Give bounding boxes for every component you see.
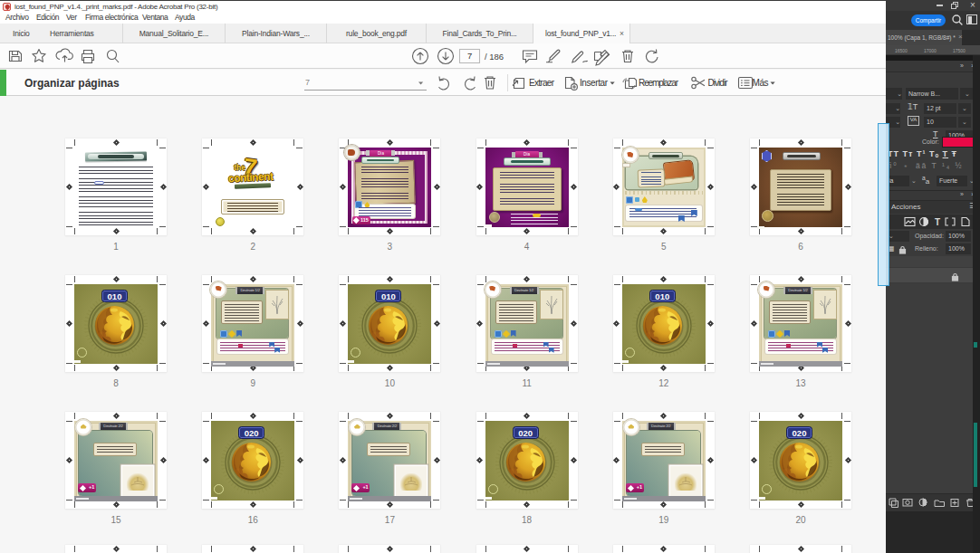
- svg-text:Extraer: Extraer: [529, 78, 555, 88]
- svg-text:Más: Más: [753, 78, 769, 88]
- svg-text:Insertar: Insertar: [580, 78, 609, 88]
- svg-text:Reemplazar: Reemplazar: [639, 78, 679, 88]
- svg-text:T: T: [935, 217, 940, 227]
- svg-text:/ 186: / 186: [485, 52, 504, 62]
- svg-text:7: 7: [305, 78, 310, 87]
- svg-text:7: 7: [467, 51, 472, 61]
- svg-text:Dividir: Dividir: [708, 78, 729, 88]
